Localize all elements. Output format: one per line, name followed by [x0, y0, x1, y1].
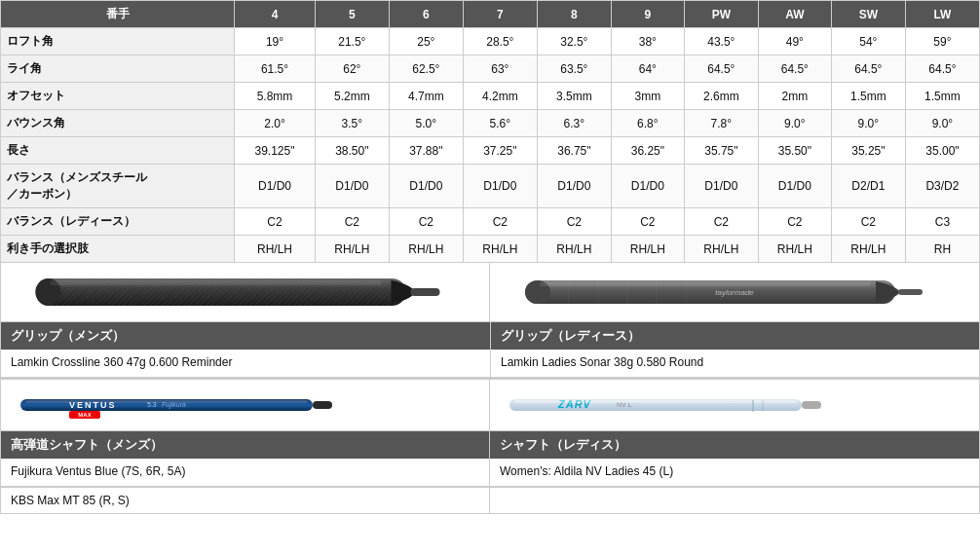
row-label-2: オフセット: [1, 83, 235, 110]
cell-r3-c1: 3.5°: [315, 110, 389, 137]
cell-r7-c2: RH/LH: [389, 236, 463, 263]
col-header-PW: PW: [684, 1, 758, 28]
cell-r5-c6: D1/D0: [684, 165, 758, 208]
cell-r7-c6: RH/LH: [684, 236, 758, 263]
svg-rect-9: [898, 289, 923, 295]
cell-r2-c9: 1.5mm: [905, 83, 979, 110]
row-label-3: バウンス角: [1, 110, 235, 137]
kbs-content: KBS Max MT 85 (R, S): [1, 488, 490, 513]
cell-r2-c0: 5.8mm: [235, 83, 316, 110]
cell-r2-c4: 3.5mm: [537, 83, 611, 110]
cell-r5-c4: D1/D0: [537, 165, 611, 208]
cell-r1-c7: 64.5°: [758, 55, 831, 83]
ladies-shaft-image: ZARV NV L: [490, 379, 979, 430]
svg-rect-26: [802, 401, 821, 409]
cell-r1-c2: 62.5°: [389, 55, 463, 83]
cell-r2-c1: 5.2mm: [315, 83, 389, 110]
table-row: ロフト角19°21.5°25°28.5°32.5°38°43.5°49°54°5…: [1, 28, 980, 55]
cell-r5-c0: D1/D0: [235, 165, 316, 208]
table-row: バウンス角2.0°3.5°5.0°5.6°6.3°6.8°7.8°9.0°9.0…: [1, 110, 980, 137]
cell-r0-c1: 21.5°: [315, 28, 389, 55]
cell-r1-c9: 64.5°: [905, 55, 979, 83]
cell-r1-c1: 62°: [315, 55, 389, 83]
cell-r5-c1: D1/D0: [315, 165, 389, 208]
cell-r0-c6: 43.5°: [684, 28, 758, 55]
cell-r0-c0: 19°: [235, 28, 316, 55]
cell-r4-c5: 36.25": [611, 137, 684, 165]
shaft-images-row: VENTUS 5.3 Fujikura MAX ZARV: [0, 378, 980, 431]
row-label-0: ロフト角: [1, 28, 235, 55]
cell-r7-c1: RH/LH: [315, 236, 389, 263]
cell-r3-c8: 9.0°: [831, 110, 905, 137]
cell-r6-c8: C2: [831, 208, 905, 236]
cell-r1-c4: 63.5°: [537, 55, 611, 83]
table-row: オフセット5.8mm5.2mm4.7mm4.2mm3.5mm3mm2.6mm2m…: [1, 83, 980, 110]
shaft-info-section: 高弾道シャフト（メンズ） Fujikura Ventus Blue (7S, 6…: [0, 431, 980, 487]
cell-r0-c2: 25°: [389, 28, 463, 55]
cell-r6-c0: C2: [235, 208, 316, 236]
cell-r4-c4: 36.75": [537, 137, 611, 165]
cell-r7-c8: RH/LH: [831, 236, 905, 263]
mens-grip-image: [1, 263, 490, 321]
cell-r0-c8: 54°: [831, 28, 905, 55]
row-label-4: 長さ: [1, 137, 235, 165]
cell-r0-c9: 59°: [905, 28, 979, 55]
col-header-4: 4: [235, 1, 316, 28]
table-row: バランス（メンズスチール／カーボン）D1/D0D1/D0D1/D0D1/D0D1…: [1, 165, 980, 208]
col-header-9: 9: [611, 1, 684, 28]
cell-r0-c3: 28.5°: [463, 28, 537, 55]
svg-text:MAX: MAX: [78, 412, 91, 418]
table-row: バランス（レディース）C2C2C2C2C2C2C2C2C2C3: [1, 208, 980, 236]
grip-mens-content: Lamkin Crossline 360 47g 0.600 Reminder: [1, 350, 490, 377]
col-header-AW: AW: [758, 1, 831, 28]
cell-r0-c4: 32.5°: [537, 28, 611, 55]
table-row: 長さ39.125"38.50"37.88"37.25"36.75"36.25"3…: [1, 137, 980, 165]
grip-mens-header: グリップ（メンズ）: [1, 322, 490, 350]
svg-rect-18: [313, 401, 332, 409]
cell-r5-c2: D1/D0: [389, 165, 463, 208]
grip-info-section: グリップ（メンズ） Lamkin Crossline 360 47g 0.600…: [0, 322, 980, 378]
shaft-mens-section: 高弾道シャフト（メンズ） Fujikura Ventus Blue (7S, 6…: [1, 431, 490, 486]
cell-r1-c8: 64.5°: [831, 55, 905, 83]
shaft-ladies-section: シャフト（レディス） Women's: Aldila NV Ladies 45 …: [490, 431, 979, 486]
svg-rect-11: [540, 282, 871, 286]
cell-r7-c7: RH/LH: [758, 236, 831, 263]
cell-r3-c4: 6.3°: [537, 110, 611, 137]
cell-r7-c3: RH/LH: [463, 236, 537, 263]
cell-r3-c7: 9.0°: [758, 110, 831, 137]
cell-r6-c3: C2: [463, 208, 537, 236]
cell-r4-c0: 39.125": [235, 137, 316, 165]
grip-mens-section: グリップ（メンズ） Lamkin Crossline 360 47g 0.600…: [1, 322, 490, 377]
shaft-ladies-header: シャフト（レディス）: [490, 431, 979, 459]
shaft-ladies-content: Women's: Aldila NV Ladies 45 (L): [490, 459, 979, 486]
cell-r1-c5: 64°: [611, 55, 684, 83]
cell-r2-c3: 4.2mm: [463, 83, 537, 110]
cell-r7-c0: RH/LH: [235, 236, 316, 263]
cell-r6-c5: C2: [611, 208, 684, 236]
cell-r2-c7: 2mm: [758, 83, 831, 110]
ladies-grip-image: taylormade: [490, 263, 979, 321]
row-label-6: バランス（レディース）: [1, 208, 235, 236]
col-header-7: 7: [463, 1, 537, 28]
cell-r4-c7: 35.50": [758, 137, 831, 165]
cell-r4-c2: 37.88": [389, 137, 463, 165]
cell-r3-c6: 7.8°: [684, 110, 758, 137]
col-header-LW: LW: [905, 1, 979, 28]
cell-r2-c6: 2.6mm: [684, 83, 758, 110]
cell-r5-c5: D1/D0: [611, 165, 684, 208]
cell-r5-c9: D3/D2: [905, 165, 979, 208]
row-label-1: ライ角: [1, 55, 235, 83]
cell-r2-c5: 3mm: [611, 83, 684, 110]
kbs-empty: [490, 488, 979, 513]
kbs-row: KBS Max MT 85 (R, S): [0, 487, 980, 514]
col-header-5: 5: [315, 1, 389, 28]
grip-images-row: taylormade: [0, 263, 980, 322]
svg-rect-6: [51, 280, 382, 285]
cell-r2-c8: 1.5mm: [831, 83, 905, 110]
cell-r4-c6: 35.75": [684, 137, 758, 165]
col-header-label: 番手: [1, 1, 235, 28]
svg-rect-24: [25, 400, 308, 403]
cell-r4-c3: 37.25": [463, 137, 537, 165]
cell-r5-c7: D1/D0: [758, 165, 831, 208]
table-row: 利き手の選択肢RH/LHRH/LHRH/LHRH/LHRH/LHRH/LHRH/…: [1, 236, 980, 263]
